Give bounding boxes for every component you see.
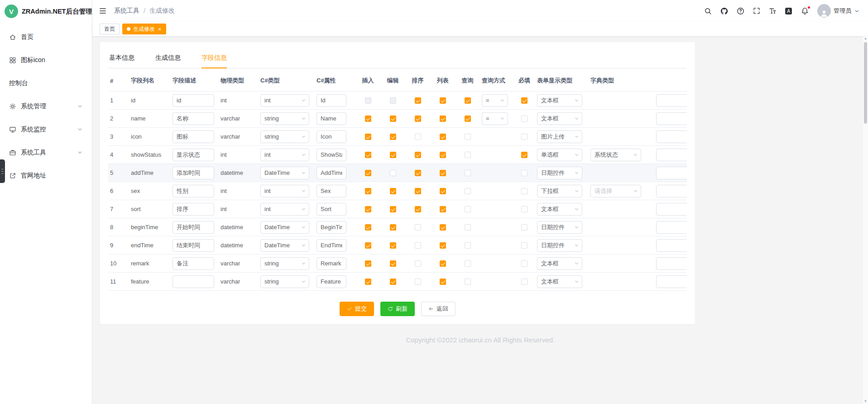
checkbox-unchecked[interactable] bbox=[465, 279, 471, 285]
disp-select[interactable]: 文本框 bbox=[537, 94, 582, 107]
extra-input[interactable] bbox=[656, 221, 687, 234]
checkbox-unchecked[interactable] bbox=[465, 188, 471, 194]
disp-select[interactable]: 下拉框 bbox=[537, 185, 582, 197]
checkbox-checked[interactable] bbox=[440, 206, 446, 212]
checkbox-checked[interactable] bbox=[440, 188, 446, 194]
description-input[interactable] bbox=[173, 203, 214, 216]
collapse-sidebar-icon[interactable] bbox=[99, 7, 107, 15]
checkbox-checked[interactable] bbox=[440, 170, 446, 176]
fullscreen-icon[interactable] bbox=[753, 7, 760, 14]
vertical-scrollbar[interactable]: ▲ ▼ bbox=[863, 35, 868, 404]
csharp-property-input[interactable] bbox=[317, 257, 346, 270]
csharp-property-input[interactable] bbox=[317, 149, 346, 161]
checkbox-checked[interactable] bbox=[415, 152, 421, 158]
checkbox-unchecked[interactable] bbox=[415, 279, 421, 285]
ctype-select[interactable]: DateTime bbox=[260, 167, 309, 179]
disp-select[interactable]: 日期控件 bbox=[537, 239, 582, 252]
extra-input[interactable] bbox=[656, 94, 687, 107]
logo[interactable]: V ZRAdmin.NET后台管理 bbox=[0, 0, 92, 23]
checkbox-checked[interactable] bbox=[415, 188, 421, 194]
checkbox-checked[interactable] bbox=[521, 152, 528, 158]
checkbox-checked[interactable] bbox=[521, 97, 528, 104]
sidebar-item-6[interactable]: 系统工具 bbox=[0, 141, 92, 164]
sidebar-item-1[interactable]: 首页 bbox=[0, 25, 92, 48]
disp-select[interactable]: 文本框 bbox=[537, 203, 582, 216]
checkbox-unchecked[interactable] bbox=[465, 260, 471, 267]
checkbox-checked[interactable] bbox=[390, 206, 396, 212]
description-input[interactable] bbox=[173, 275, 214, 288]
disp-select[interactable]: 单选框 bbox=[537, 149, 582, 161]
sidebar-item-2[interactable]: 图标icon bbox=[0, 48, 92, 72]
checkbox-unchecked[interactable] bbox=[465, 152, 471, 158]
translate-icon[interactable]: A bbox=[785, 7, 792, 15]
extra-input[interactable] bbox=[656, 275, 687, 288]
checkbox-unchecked[interactable] bbox=[390, 170, 396, 176]
csharp-property-input[interactable] bbox=[317, 167, 346, 179]
checkbox-checked[interactable] bbox=[365, 279, 371, 285]
qm-select[interactable]: = bbox=[482, 94, 508, 107]
ctype-select[interactable]: int bbox=[260, 203, 309, 216]
checkbox-checked[interactable] bbox=[390, 242, 396, 249]
checkbox-unchecked[interactable] bbox=[465, 206, 471, 212]
checkbox-checked[interactable] bbox=[390, 188, 396, 194]
back-button[interactable]: 返回 bbox=[421, 302, 456, 316]
checkbox-checked[interactable] bbox=[415, 206, 421, 212]
dict-select[interactable]: 请选择 bbox=[590, 185, 641, 197]
ctype-select[interactable]: string bbox=[260, 112, 309, 125]
scroll-up-icon[interactable]: ▲ bbox=[864, 35, 867, 41]
checkbox-unchecked[interactable] bbox=[521, 206, 528, 212]
extra-input[interactable] bbox=[656, 130, 687, 143]
sidebar-item-5[interactable]: 系统监控 bbox=[0, 118, 92, 141]
csharp-property-input[interactable] bbox=[317, 221, 346, 234]
disp-select[interactable]: 文本框 bbox=[537, 275, 582, 288]
github-icon[interactable] bbox=[720, 7, 728, 15]
checkbox-checked[interactable] bbox=[390, 134, 396, 140]
checkbox-checked[interactable] bbox=[440, 224, 446, 231]
qm-select[interactable]: = bbox=[482, 112, 508, 125]
checkbox-unchecked[interactable] bbox=[465, 224, 471, 231]
refresh-button[interactable]: 刷新 bbox=[380, 302, 415, 316]
checkbox-checked[interactable] bbox=[440, 152, 446, 158]
ctype-select[interactable]: string bbox=[260, 257, 309, 270]
checkbox-unchecked[interactable] bbox=[521, 224, 528, 231]
description-input[interactable] bbox=[173, 185, 214, 197]
checkbox-checked[interactable] bbox=[365, 170, 371, 176]
ctype-select[interactable]: DateTime bbox=[260, 221, 309, 234]
checkbox-checked[interactable] bbox=[365, 188, 371, 194]
close-icon[interactable]: × bbox=[158, 26, 162, 32]
ctype-select[interactable]: int bbox=[260, 185, 309, 197]
checkbox-checked[interactable] bbox=[365, 115, 371, 122]
checkbox-checked[interactable] bbox=[365, 206, 371, 212]
checkbox-unchecked[interactable] bbox=[465, 242, 471, 249]
csharp-property-input[interactable] bbox=[317, 94, 346, 107]
extra-input[interactable] bbox=[656, 203, 687, 216]
avatar[interactable] bbox=[817, 4, 831, 18]
ctype-select[interactable]: string bbox=[260, 275, 309, 288]
checkbox-checked[interactable] bbox=[440, 242, 446, 249]
tab-3[interactable]: 字段信息 bbox=[201, 51, 227, 68]
checkbox-unchecked[interactable] bbox=[415, 224, 421, 231]
theme-drawer-handle[interactable] bbox=[0, 159, 5, 183]
checkbox-unchecked[interactable] bbox=[521, 170, 528, 176]
extra-input[interactable] bbox=[656, 257, 687, 270]
extra-input[interactable] bbox=[656, 112, 687, 125]
csharp-property-input[interactable] bbox=[317, 239, 346, 252]
csharp-property-input[interactable] bbox=[317, 130, 346, 143]
checkbox-checked[interactable] bbox=[440, 115, 446, 122]
checkbox-checked[interactable] bbox=[390, 224, 396, 231]
checkbox-checked[interactable] bbox=[390, 260, 396, 267]
help-icon[interactable] bbox=[737, 7, 744, 15]
checkbox-unchecked[interactable] bbox=[521, 279, 528, 285]
checkbox-checked[interactable] bbox=[365, 242, 371, 249]
disp-select[interactable]: 图片上传 bbox=[537, 130, 582, 143]
checkbox-checked[interactable] bbox=[440, 97, 446, 104]
sidebar-item-4[interactable]: 系统管理 bbox=[0, 95, 92, 118]
search-icon[interactable] bbox=[704, 7, 712, 15]
checkbox-unchecked[interactable] bbox=[415, 260, 421, 267]
checkbox-checked[interactable] bbox=[390, 152, 396, 158]
breadcrumb-parent[interactable]: 系统工具 bbox=[114, 7, 139, 15]
ctype-select[interactable]: int bbox=[260, 94, 309, 107]
description-input[interactable] bbox=[173, 130, 214, 143]
checkbox-checked[interactable] bbox=[440, 279, 446, 285]
ctype-select[interactable]: string bbox=[260, 130, 309, 143]
